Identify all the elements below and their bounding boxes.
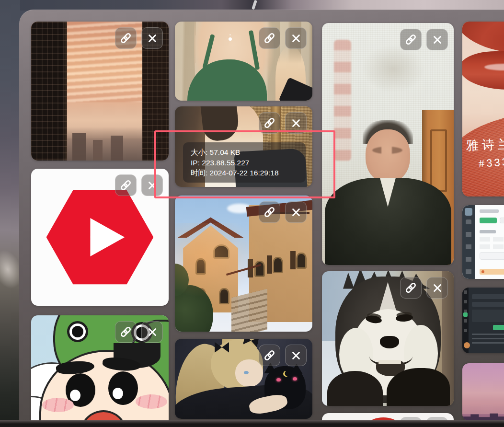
eyes (372, 147, 402, 154)
avatar (464, 342, 470, 348)
lipstick-swatch-image: 雅诗兰 #333 (462, 22, 504, 196)
copy-link-button[interactable] (400, 277, 422, 299)
tower-left (31, 22, 67, 161)
shutter (290, 251, 296, 269)
card-actions (115, 27, 163, 49)
image-card-husky-meme[interactable] (322, 271, 454, 406)
window (296, 253, 307, 269)
shade-number: #333 (478, 156, 504, 170)
link-icon (120, 326, 132, 338)
chip (500, 218, 504, 223)
red-stain (334, 40, 351, 161)
link-icon (263, 349, 275, 361)
close-icon (432, 283, 443, 293)
link-icon (263, 117, 275, 129)
image-card-shinchan-frog[interactable] (31, 315, 169, 427)
avatar (465, 208, 472, 216)
card-actions (400, 29, 448, 50)
wall-stain (362, 45, 425, 93)
close-icon (291, 207, 301, 218)
text-lines (472, 334, 504, 345)
tag-row (480, 237, 504, 242)
link-icon (120, 32, 132, 44)
tag-row (480, 244, 504, 249)
card-actions (259, 27, 307, 49)
image-card-anime-girl-cat[interactable] (175, 339, 312, 419)
link-icon (263, 206, 275, 218)
copy-link-button[interactable] (115, 27, 137, 49)
sidebar-icons (466, 219, 471, 275)
image-card-green-tank-top[interactable] (175, 22, 312, 101)
close-icon (291, 118, 301, 128)
close-icon (147, 327, 158, 337)
notice-bar (480, 269, 504, 275)
bottom-dark-bar (0, 420, 504, 427)
delete-button[interactable] (426, 277, 448, 299)
image-card-pink-sunset[interactable] (462, 363, 504, 421)
image-card-old-man-photo[interactable] (322, 23, 454, 265)
copy-link-button[interactable] (115, 321, 137, 343)
section-label (480, 230, 496, 233)
pink-sunset-image (462, 363, 504, 421)
image-card-app-screenshot-light[interactable] (462, 205, 504, 279)
building-silhouette (93, 140, 103, 161)
window (273, 257, 283, 273)
eye (108, 371, 138, 405)
image-card-lipstick-swatch[interactable]: 雅诗兰 #333 (462, 22, 504, 196)
link-icon (263, 32, 275, 44)
image-hosting-gallery-screen: 雅诗兰 #333 (0, 0, 504, 427)
eye (244, 371, 249, 374)
teeth (378, 360, 401, 364)
delete-button[interactable] (141, 321, 163, 343)
card-actions (400, 277, 448, 299)
close-icon (291, 350, 301, 361)
image-card-city-sunset[interactable] (31, 22, 169, 161)
lower-lip (462, 51, 504, 90)
old-man-image (322, 23, 454, 265)
sunset-glow (175, 223, 271, 304)
copy-link-button[interactable] (115, 174, 137, 196)
close-icon (291, 33, 301, 44)
delete-button[interactable] (285, 201, 307, 223)
cat-eye (276, 378, 281, 381)
brand-handwriting: 雅诗兰 (466, 136, 504, 154)
image-card-play-hexagon[interactable] (31, 169, 169, 306)
field (472, 302, 504, 307)
card-actions (259, 201, 307, 223)
annotation-highlight-rect (154, 130, 335, 198)
card-actions (259, 345, 307, 366)
active-icon (463, 312, 468, 317)
frog-eye (67, 321, 88, 342)
face (366, 129, 411, 183)
green-button (493, 325, 504, 330)
copy-link-button[interactable] (259, 201, 280, 223)
building-silhouette (111, 136, 123, 161)
necklace (229, 37, 232, 41)
light-app-screenshot-image (462, 205, 504, 279)
dark-app-screenshot-image (462, 288, 504, 353)
title-row (480, 209, 499, 213)
desktop-wallpaper-left (0, 0, 20, 427)
delete-button[interactable] (285, 27, 307, 49)
door-panel (430, 129, 447, 192)
close-icon (147, 33, 158, 44)
field (472, 294, 504, 299)
image-card-sunset-house[interactable] (175, 196, 312, 332)
copy-link-button[interactable] (259, 27, 280, 49)
copy-link-button[interactable] (400, 29, 422, 50)
close-icon (432, 35, 443, 45)
building-silhouette (72, 133, 86, 161)
link-icon (405, 34, 417, 46)
image-card-app-screenshot-dark[interactable] (462, 288, 504, 353)
upper-lip (462, 22, 504, 53)
input-box (480, 252, 504, 260)
green-button (480, 218, 497, 223)
link-icon (405, 282, 417, 294)
textarea (472, 310, 504, 322)
delete-button[interactable] (285, 345, 307, 366)
horizon-glow (462, 400, 504, 414)
delete-button[interactable] (426, 29, 448, 50)
delete-button[interactable] (141, 27, 163, 49)
card-actions (115, 321, 163, 343)
copy-link-button[interactable] (259, 345, 280, 366)
